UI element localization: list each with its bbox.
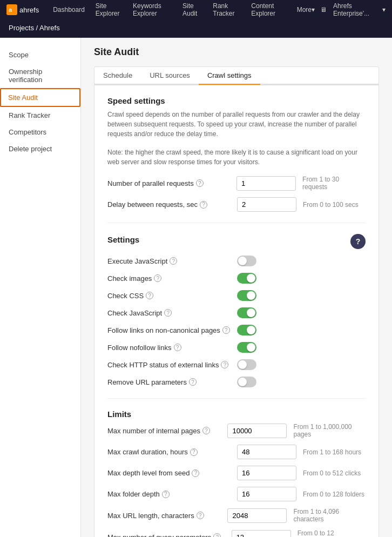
ahrefs-logo[interactable]: a ahrefs [6, 4, 39, 15]
max-query-params-hint: From 0 to 12 parameters [298, 529, 366, 537]
tab-url-sources[interactable]: URL sources [141, 67, 199, 85]
max-crawl-duration-hint: From 1 to 168 hours [303, 448, 361, 456]
max-crawl-duration-input[interactable] [237, 445, 296, 459]
max-crawl-duration-row: Max crawl duration, hours ? From 1 to 16… [107, 445, 366, 459]
nav-right: 🖥 Ahrefs Enterprise'... ▾ [320, 2, 386, 17]
max-depth-help[interactable]: ? [192, 469, 199, 477]
help-button[interactable]: ? [350, 234, 366, 249]
nav-links: Dashboard Site Explorer Keywords Explore… [48, 0, 320, 19]
account-chevron: ▾ [382, 6, 386, 14]
follow-nofollow-slider [237, 342, 256, 353]
breadcrumb: Projects / Ahrefs [9, 24, 60, 32]
max-url-length-label: Max URL length, characters ? [107, 512, 227, 520]
nav-site-audit[interactable]: Site Audit [177, 0, 207, 19]
sidebar-item-site-audit[interactable]: Site Audit [0, 88, 80, 107]
max-url-length-help[interactable]: ? [197, 512, 204, 519]
max-depth-row: Max depth level from seed ? From 0 to 51… [107, 466, 366, 480]
max-depth-label: Max depth level from seed ? [107, 469, 237, 477]
max-folder-depth-row: Max folder depth ? From 0 to 128 folders [107, 487, 366, 501]
follow-noncanonical-toggle[interactable] [237, 325, 256, 335]
check-css-label: Check CSS ? [107, 292, 237, 300]
check-http-external-help[interactable]: ? [221, 361, 228, 368]
page-title: Site Audit [94, 46, 379, 58]
delay-input[interactable] [237, 197, 296, 212]
check-http-external-toggle[interactable] [237, 359, 256, 370]
check-images-help[interactable]: ? [154, 274, 161, 282]
max-crawl-duration-help[interactable]: ? [190, 448, 198, 456]
max-folder-depth-input[interactable] [237, 487, 296, 501]
execute-js-slider [237, 256, 256, 266]
parallel-requests-help[interactable]: ? [196, 179, 204, 187]
follow-nofollow-label: Follow nofollow links ? [107, 344, 237, 352]
nav-more[interactable]: More ▾ [292, 0, 320, 19]
remove-url-params-label: Remove URL parameters ? [107, 378, 237, 386]
sidebar: Scope Ownership verification Site Audit … [0, 38, 81, 537]
check-js-row: Check JavaScript ? [107, 307, 366, 318]
top-navigation: a ahrefs Dashboard Site Explorer Keyword… [0, 0, 392, 19]
execute-js-help[interactable]: ? [170, 257, 177, 265]
check-http-external-row: Check HTTP status of external links ? [107, 359, 366, 370]
execute-js-toggle[interactable] [237, 256, 256, 266]
sidebar-item-competitors[interactable]: Competitors [0, 124, 80, 140]
follow-noncanonical-help[interactable]: ? [222, 326, 230, 334]
execute-js-row: Execute JavaScript ? [107, 256, 366, 266]
follow-noncanonical-slider [237, 325, 256, 335]
check-http-external-label: Check HTTP status of external links ? [107, 361, 237, 369]
max-internal-pages-input[interactable] [227, 424, 287, 438]
max-depth-input[interactable] [237, 466, 296, 480]
follow-nofollow-help[interactable]: ? [174, 344, 181, 351]
logo-text: ahrefs [19, 6, 39, 14]
nav-keywords-explorer[interactable]: Keywords Explorer [127, 0, 177, 19]
nav-content-explorer[interactable]: Content Explorer [246, 0, 291, 19]
tab-schedule[interactable]: Schedule [94, 67, 141, 85]
max-url-length-input[interactable] [227, 508, 287, 523]
sidebar-delete-project[interactable]: Delete project [0, 140, 60, 157]
tabs-bar: Schedule URL sources Crawl settings [94, 67, 379, 85]
main-layout: Scope Ownership verification Site Audit … [0, 38, 392, 537]
check-images-row: Check images ? [107, 273, 366, 284]
tab-crawl-settings[interactable]: Crawl settings [199, 67, 260, 85]
nav-rank-tracker[interactable]: Rank Tracker [207, 0, 246, 19]
max-query-params-row: Max number of query parameters ? From 0 … [107, 529, 366, 537]
check-js-help[interactable]: ? [164, 309, 172, 317]
max-folder-depth-help[interactable]: ? [162, 491, 170, 498]
delay-help[interactable]: ? [200, 201, 207, 209]
check-images-slider [237, 273, 256, 284]
tab-content: Speed settings Crawl speed depends on th… [94, 85, 379, 537]
sidebar-item-rank-tracker[interactable]: Rank Tracker [0, 107, 80, 124]
max-url-length-hint: From 1 to 4,096 characters [293, 508, 366, 523]
max-folder-depth-label: Max folder depth ? [107, 490, 237, 498]
max-internal-pages-hint: From 1 to 1,000,000 pages [293, 423, 366, 438]
max-internal-pages-help[interactable]: ? [202, 427, 210, 434]
monitor-icon: 🖥 [320, 6, 327, 14]
nav-site-explorer[interactable]: Site Explorer [90, 0, 127, 19]
project-header: Projects / Ahrefs [0, 19, 392, 38]
sidebar-item-ownership[interactable]: Ownership verification [0, 63, 80, 88]
check-css-row: Check CSS ? [107, 290, 366, 301]
settings-title: Settings [107, 235, 139, 244]
limits-section: Limits Max number of internal pages ? Fr… [107, 410, 366, 537]
check-js-toggle[interactable] [237, 307, 256, 318]
max-query-params-input[interactable] [232, 530, 291, 538]
speed-desc: Crawl speed depends on the number of par… [107, 110, 366, 139]
parallel-requests-input[interactable] [236, 176, 296, 191]
check-images-toggle[interactable] [237, 273, 256, 284]
check-css-toggle[interactable] [237, 290, 256, 301]
parallel-requests-row: Number of parallel requests ? From 1 to … [107, 176, 366, 191]
max-url-length-row: Max URL length, characters ? From 1 to 4… [107, 508, 366, 523]
account-label[interactable]: Ahrefs Enterprise'... [333, 2, 376, 17]
check-css-help[interactable]: ? [146, 292, 153, 299]
nav-dashboard[interactable]: Dashboard [48, 0, 90, 19]
limits-title: Limits [107, 410, 366, 419]
remove-url-params-toggle[interactable] [237, 377, 256, 387]
parallel-requests-hint: From 1 to 30 requests [302, 176, 366, 191]
follow-nofollow-toggle[interactable] [237, 342, 256, 353]
sidebar-item-scope[interactable]: Scope [0, 46, 80, 63]
main-content: Site Audit Schedule URL sources Crawl se… [81, 38, 392, 537]
remove-url-params-slider [237, 377, 256, 387]
max-query-params-help[interactable]: ? [213, 533, 221, 537]
remove-url-params-row: Remove URL parameters ? [107, 377, 366, 387]
remove-url-params-help[interactable]: ? [189, 378, 197, 386]
svg-text:a: a [9, 6, 12, 13]
delay-row: Delay between requests, sec ? From 0 to … [107, 197, 366, 212]
